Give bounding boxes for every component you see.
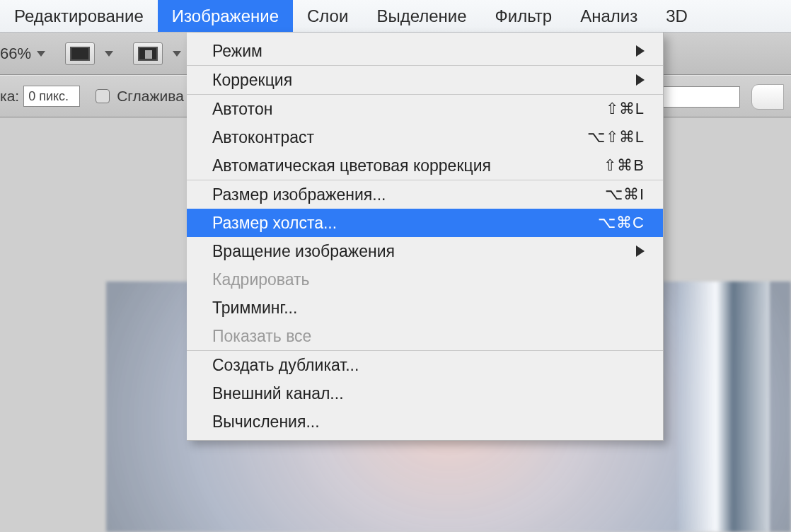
options-right-button[interactable]	[751, 84, 784, 110]
menu-3d[interactable]: 3D	[652, 0, 702, 32]
menu-item[interactable]: Автотон⇧⌘L	[187, 95, 663, 123]
menu-item-shortcut: ⌥⌘C	[598, 214, 645, 232]
menu-item[interactable]: Коррекция	[187, 66, 663, 94]
submenu-arrow-icon	[636, 74, 645, 86]
anti-alias-label: Сглажива	[117, 88, 184, 105]
menu-item: Кадрировать	[187, 265, 663, 294]
menu-item[interactable]: Режим	[187, 37, 663, 65]
menu-layers-label: Слои	[307, 6, 348, 26]
menu-item-label: Создать дубликат...	[212, 356, 359, 375]
menu-item-label: Кадрировать	[212, 270, 310, 289]
menu-item[interactable]: Размер изображения...⌥⌘I	[187, 180, 663, 209]
menubar: Редактирование Изображение Слои Выделени…	[0, 0, 791, 33]
menu-item[interactable]: Создать дубликат...	[187, 351, 663, 379]
image-menu-dropdown: РежимКоррекцияАвтотон⇧⌘LАвтоконтраст⌥⇧⌘L…	[187, 33, 664, 441]
zoom-dropdown[interactable]: 66%	[0, 45, 52, 63]
menu-item-label: Автоконтраст	[212, 128, 314, 147]
menu-3d-label: 3D	[666, 6, 688, 26]
feather-label: ка:	[0, 88, 19, 105]
menu-layers[interactable]: Слои	[293, 0, 362, 32]
menu-item[interactable]: Вычисления...	[187, 407, 663, 436]
menu-item-label: Размер холста...	[212, 214, 337, 233]
menu-item-label: Режим	[212, 42, 262, 61]
submenu-arrow-icon	[636, 45, 645, 57]
menu-item-label: Вычисления...	[212, 412, 320, 432]
caret-down-icon[interactable]	[173, 51, 181, 57]
color-swatch[interactable]	[662, 86, 740, 108]
menu-item-label: Размер изображения...	[212, 185, 386, 204]
menu-item[interactable]: Автоматическая цветовая коррекция⇧⌘B	[187, 151, 663, 180]
menu-item-label: Коррекция	[212, 71, 292, 90]
menu-item-shortcut: ⌥⇧⌘L	[587, 128, 645, 146]
menu-select[interactable]: Выделение	[362, 0, 480, 32]
menu-item-shortcut: ⌥⌘I	[605, 185, 645, 204]
menu-item-label: Внешний канал...	[212, 384, 344, 403]
menu-filter[interactable]: Фильтр	[481, 0, 567, 32]
menu-item[interactable]: Внешний канал...	[187, 379, 663, 407]
menu-item: Показать все	[187, 322, 663, 350]
menu-select-label: Выделение	[376, 6, 466, 26]
menu-item-label: Автотон	[212, 100, 272, 119]
caret-down-icon	[37, 51, 45, 57]
menu-item[interactable]: Автоконтраст⌥⇧⌘L	[187, 123, 663, 151]
menu-item-label: Тримминг...	[212, 299, 297, 318]
zoom-value: 66%	[0, 45, 31, 63]
menu-image[interactable]: Изображение	[158, 0, 293, 32]
menu-analysis[interactable]: Анализ	[566, 0, 652, 32]
submenu-arrow-icon	[636, 245, 645, 257]
anti-alias-checkbox[interactable]	[96, 89, 110, 103]
menu-item[interactable]: Тримминг...	[187, 294, 663, 322]
menu-edit-label: Редактирование	[14, 6, 144, 26]
screen-mode-1-button[interactable]	[65, 42, 95, 65]
screen-mode-1-icon	[70, 47, 90, 61]
menu-edit[interactable]: Редактирование	[0, 0, 158, 32]
menu-item-label: Вращение изображения	[212, 242, 395, 261]
menu-image-label: Изображение	[172, 6, 279, 26]
caret-down-icon[interactable]	[105, 51, 113, 57]
menu-item-shortcut: ⇧⌘L	[606, 100, 645, 118]
menu-item[interactable]: Размер холста...⌥⌘C	[187, 209, 663, 237]
menu-item-shortcut: ⇧⌘B	[604, 156, 645, 175]
feather-input[interactable]	[23, 86, 80, 107]
screen-mode-2-icon	[138, 47, 158, 61]
menu-item-label: Автоматическая цветовая коррекция	[212, 156, 491, 175]
screen-mode-2-button[interactable]	[133, 42, 163, 65]
menu-item-label: Показать все	[212, 327, 311, 346]
menu-analysis-label: Анализ	[580, 6, 637, 26]
menu-item[interactable]: Вращение изображения	[187, 237, 663, 265]
menu-filter-label: Фильтр	[495, 6, 553, 26]
